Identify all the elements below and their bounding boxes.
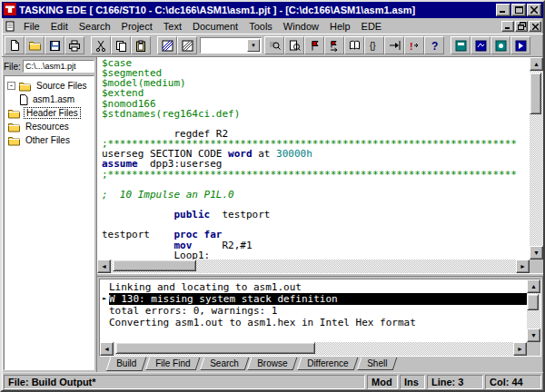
output-line[interactable]: total errors: 0, warnings: 1 bbox=[100, 305, 527, 317]
tab-build[interactable]: Build bbox=[105, 357, 146, 371]
menu-item-tools[interactable]: Tools bbox=[243, 20, 278, 33]
tab-file-find[interactable]: File Find bbox=[145, 358, 201, 370]
document-minimize-button[interactable] bbox=[501, 21, 514, 32]
tree-item-resources[interactable]: Resources bbox=[5, 120, 93, 133]
project-file-field[interactable]: C:\...\asm1.pjt bbox=[23, 60, 94, 73]
scroll-track[interactable] bbox=[111, 260, 516, 273]
scroll-track[interactable] bbox=[114, 342, 513, 356]
next-bookmark-button[interactable] bbox=[324, 36, 344, 54]
output-line-text: Converting asm1.out to asm1.hex in Intel… bbox=[109, 317, 527, 328]
status-bar: File: Build Output* Mod Ins Line: 3 Col:… bbox=[2, 372, 543, 390]
browse-button[interactable] bbox=[344, 36, 364, 54]
menu-item-document[interactable]: Document bbox=[187, 20, 243, 33]
output-line[interactable]: ►W 130: missing system stack definition bbox=[100, 293, 527, 305]
help-button[interactable]: ? bbox=[424, 36, 444, 54]
scroll-down-button[interactable]: ▼ bbox=[527, 328, 540, 342]
scroll-thumb[interactable] bbox=[527, 294, 539, 310]
teal-3-icon bbox=[495, 40, 507, 52]
project-tree[interactable]: -Source Filesasm1.asmHeader FilesResourc… bbox=[4, 75, 94, 370]
scroll-track[interactable] bbox=[530, 71, 543, 246]
right-arrow-icon: ► bbox=[517, 346, 523, 352]
menu-item-file[interactable]: File bbox=[18, 20, 45, 33]
toggle-bookmark-button[interactable] bbox=[304, 36, 324, 54]
copy-button[interactable] bbox=[111, 36, 131, 54]
scroll-right-button[interactable]: ► bbox=[513, 342, 527, 356]
scroll-up-button[interactable]: ▲ bbox=[530, 57, 543, 71]
menu-item-edit[interactable]: Edit bbox=[45, 20, 74, 33]
scroll-left-button[interactable]: ◄ bbox=[97, 260, 111, 273]
menu-item-search[interactable]: Search bbox=[74, 20, 116, 33]
project-options-button[interactable] bbox=[451, 36, 471, 54]
directories-button[interactable] bbox=[471, 36, 490, 54]
left-arrow-icon: ◄ bbox=[104, 346, 110, 352]
menu-item-help[interactable]: Help bbox=[324, 20, 356, 33]
editor-content[interactable]: $case$segmented$model(medium)$extend$nom… bbox=[97, 57, 530, 260]
menu-item-project[interactable]: Project bbox=[116, 20, 158, 33]
file-panel: File: C:\...\asm1.pjt -Source Filesasm1.… bbox=[2, 57, 97, 372]
editor-hscrollbar[interactable]: ◄ ► bbox=[97, 260, 530, 273]
paste-button[interactable] bbox=[131, 36, 151, 54]
question-icon: ? bbox=[430, 40, 440, 52]
goto-line-button[interactable] bbox=[384, 36, 404, 54]
cut-button[interactable] bbox=[91, 36, 111, 54]
tree-item-asm1-asm[interactable]: asm1.asm bbox=[5, 93, 93, 106]
goto-icon bbox=[389, 40, 401, 51]
code-editor[interactable]: $case$segmented$model(medium)$extend$nom… bbox=[97, 57, 543, 273]
tree-item-header-files[interactable]: Header Files bbox=[5, 106, 93, 120]
next-error-button[interactable]: ! bbox=[404, 36, 424, 54]
menu-item-ede[interactable]: EDE bbox=[356, 20, 388, 33]
maximize-button[interactable] bbox=[511, 4, 526, 16]
menu-item-text[interactable]: Text bbox=[158, 20, 187, 33]
document-restore-button[interactable] bbox=[515, 21, 528, 32]
output-line[interactable]: Linking and locating to asm1.out bbox=[100, 281, 527, 293]
teal-4-icon bbox=[515, 40, 527, 52]
debug-button[interactable] bbox=[510, 36, 530, 54]
document-close-button[interactable] bbox=[529, 21, 541, 32]
tree-item-other-files[interactable]: Other Files bbox=[5, 133, 93, 147]
document-system-menu-icon[interactable] bbox=[4, 20, 16, 33]
scroll-thumb[interactable] bbox=[113, 260, 196, 271]
main-area: File: C:\...\asm1.pjt -Source Filesasm1.… bbox=[2, 57, 543, 372]
chevron-down-icon[interactable]: ▼ bbox=[247, 39, 260, 52]
match-brace-button[interactable]: {} bbox=[364, 36, 384, 54]
collapse-icon[interactable]: - bbox=[7, 82, 15, 90]
minimize-icon bbox=[500, 5, 507, 15]
build-output[interactable]: Linking and locating to asm1.out►W 130: … bbox=[100, 279, 527, 342]
output-vscrollbar[interactable]: ▲ ▼ bbox=[527, 279, 540, 342]
scroll-track[interactable] bbox=[527, 293, 540, 328]
make-button[interactable] bbox=[490, 36, 510, 54]
output-hscrollbar[interactable]: ◄ ► bbox=[100, 342, 527, 356]
scroll-down-button[interactable]: ▼ bbox=[530, 246, 543, 260]
find-button[interactable] bbox=[264, 36, 284, 54]
open-button[interactable] bbox=[25, 36, 45, 54]
menu-bar-items: FileEditSearchProjectTextDocumentToolsWi… bbox=[18, 20, 501, 33]
title-bar: TASKING EDE [ C166/ST10 - C:\dc166\ASM1\… bbox=[2, 2, 543, 18]
app-icon[interactable] bbox=[4, 3, 16, 17]
output-line[interactable]: Converting asm1.out to asm1.hex in Intel… bbox=[100, 317, 527, 328]
tree-item-source-files[interactable]: -Source Files bbox=[5, 79, 93, 93]
scroll-thumb[interactable] bbox=[115, 342, 315, 354]
menu-item-window[interactable]: Window bbox=[278, 20, 324, 33]
editor-vscrollbar[interactable]: ▲ ▼ bbox=[530, 57, 543, 260]
copy-icon bbox=[115, 40, 127, 52]
tab-search[interactable]: Search bbox=[199, 358, 248, 370]
close-button[interactable] bbox=[527, 4, 541, 16]
minimize-button[interactable] bbox=[496, 4, 510, 16]
status-column: Col: 44 bbox=[485, 375, 541, 389]
build-button[interactable] bbox=[177, 36, 197, 54]
scroll-right-button[interactable]: ► bbox=[516, 260, 530, 273]
tab-shell[interactable]: Shell bbox=[357, 358, 398, 370]
save-button[interactable] bbox=[45, 36, 64, 54]
scroll-up-button[interactable]: ▲ bbox=[527, 279, 540, 293]
tab-difference[interactable]: Difference bbox=[296, 358, 358, 370]
compile-button[interactable] bbox=[157, 36, 177, 54]
find-in-files-button[interactable] bbox=[284, 36, 304, 54]
scroll-left-button[interactable]: ◄ bbox=[100, 342, 114, 356]
search-combo[interactable]: ▼ bbox=[200, 37, 262, 54]
print-button[interactable] bbox=[64, 36, 84, 54]
up-arrow-icon: ▲ bbox=[530, 283, 537, 289]
window-title: TASKING EDE [ C166/ST10 - C:\dc166\ASM1\… bbox=[19, 5, 493, 15]
tab-browse[interactable]: Browse bbox=[247, 358, 298, 370]
new-file-button[interactable] bbox=[5, 36, 25, 54]
scroll-thumb[interactable] bbox=[530, 73, 541, 114]
